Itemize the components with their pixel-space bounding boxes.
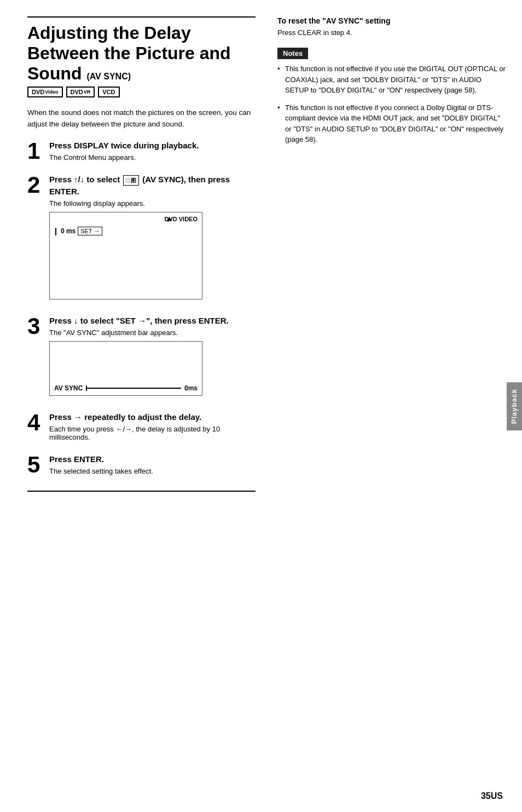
screen1-label: DVD VIDEO (164, 216, 198, 222)
bottom-divider (27, 491, 256, 492)
dvd-video-badge: DVDVideo (27, 87, 63, 97)
note-2: This function is not effective if you co… (277, 102, 506, 145)
step-1-number: 1 (27, 140, 44, 163)
step-5-number: 5 (27, 453, 44, 476)
reset-text: Press CLEAR in step 4. (277, 28, 506, 37)
page-number: 35US (481, 791, 503, 801)
dvd-vr-badge: DVDVR (66, 87, 95, 97)
step-3-number: 3 (27, 315, 44, 338)
vcd-badge: VCD (98, 87, 119, 97)
av-sync-label: (AV SYNC) (86, 72, 131, 81)
notes-list: This function is not effective if you us… (277, 64, 506, 145)
avsync-slider-line (86, 388, 181, 389)
avsync-row: AV SYNC 0ms (50, 384, 202, 392)
title-line2: Between the Picture and (27, 43, 231, 63)
format-badges: DVDVideo DVDVR VCD (27, 87, 256, 97)
step-4-number: 4 (27, 411, 44, 434)
right-content: To reset the "AV SYNC" setting Press CLE… (266, 0, 522, 812)
step-5-content: Press ENTER. The selected setting takes … (49, 453, 256, 480)
notes-box: Notes This function is not effective if … (277, 48, 506, 145)
step-5-sub: The selected setting takes effect. (49, 467, 256, 475)
step-1-content: Press DISPLAY twice during playback. The… (49, 140, 256, 166)
screen1-set: SET → (78, 227, 102, 235)
step-5-heading: Press ENTER. (49, 453, 256, 465)
reset-heading: To reset the "AV SYNC" setting (277, 16, 506, 25)
intro-text: When the sound does not match the pictur… (27, 107, 256, 130)
step-5: 5 Press ENTER. The selected setting take… (27, 453, 256, 480)
title-line3: Sound (27, 64, 82, 83)
screen-display-2: AV SYNC 0ms (49, 341, 202, 396)
avsync-text-label: AV SYNC (54, 384, 83, 392)
page-title: Adjusting the Delay Between the Picture … (27, 23, 256, 83)
screen1-ms: 0 ms (61, 227, 76, 235)
av-sync-icon: □ 图 (123, 175, 139, 186)
step-2-heading: Press ↑/↓ to select □ 图 (AV SYNC), then … (49, 174, 256, 197)
step-1-sub: The Control Menu appears. (49, 153, 256, 162)
page-container: Adjusting the Delay Between the Picture … (0, 0, 522, 812)
step-4-content: Press → repeatedly to adjust the delay. … (49, 411, 256, 446)
main-content: Adjusting the Delay Between the Picture … (0, 0, 266, 812)
screen1-content: 0 ms SET → (55, 226, 102, 235)
step-1: 1 Press DISPLAY twice during playback. T… (27, 140, 256, 166)
note-1: This function is not effective if you us… (277, 64, 506, 96)
step-3-heading: Press ↓ to select "SET →", then press EN… (49, 315, 256, 326)
sidebar-playback-tab: Playback (507, 382, 522, 430)
step-3-sub: The "AV SYNC" adjustment bar appears. (49, 329, 256, 337)
step-2-number: 2 (27, 174, 44, 197)
top-divider (27, 16, 256, 18)
step-2-sub: The following display appears. (49, 199, 256, 208)
notes-header: Notes (277, 48, 308, 59)
step-2: 2 Press ↑/↓ to select □ 图 (AV SYNC), the… (27, 174, 256, 307)
step-2-content: Press ↑/↓ to select □ 图 (AV SYNC), then … (49, 174, 256, 307)
step-4-sub: Each time you press ←/→, the delay is ad… (49, 425, 256, 441)
title-line1: Adjusting the Delay (27, 23, 191, 43)
step-1-heading: Press DISPLAY twice during playback. (49, 140, 256, 151)
screen-display-1: ▶ DVD VIDEO 0 ms SET → (49, 212, 202, 300)
step-4: 4 Press → repeatedly to adjust the delay… (27, 411, 256, 446)
step-4-heading: Press → repeatedly to adjust the delay. (49, 411, 256, 423)
step-3: 3 Press ↓ to select "SET →", then press … (27, 315, 256, 404)
avsync-value: 0ms (184, 384, 198, 392)
step-3-content: Press ↓ to select "SET →", then press EN… (49, 315, 256, 404)
